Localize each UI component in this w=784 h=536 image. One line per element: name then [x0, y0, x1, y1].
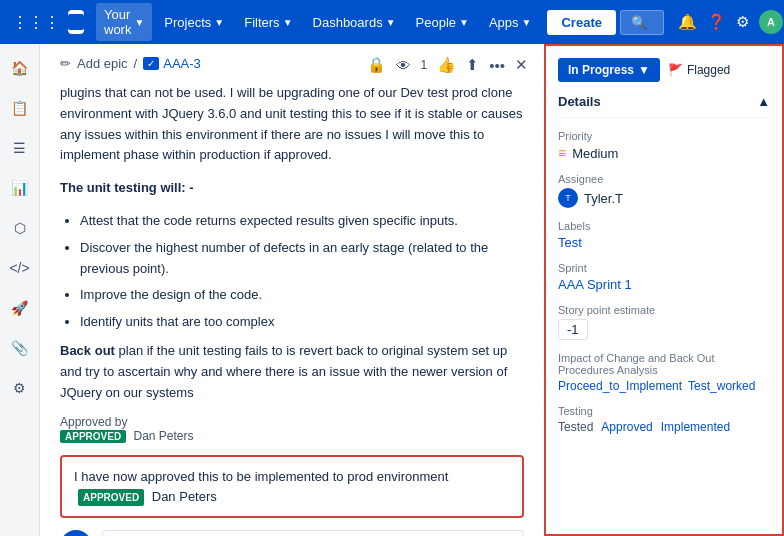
chevron-down-icon: ▼: [459, 17, 469, 28]
comment-highlight-text: I have now approved this to be implement…: [74, 469, 448, 484]
more-icon[interactable]: •••: [489, 57, 505, 74]
settings-icon[interactable]: ⚙: [736, 13, 749, 31]
testing-item-2[interactable]: Implemented: [661, 420, 730, 434]
details-header: Details ▲: [558, 94, 770, 118]
main-layout: 🏠 📋 ☰ 📊 ⬡ </> 🚀 📎 ⚙ ✏ Add epic / ✓ AAA-3: [0, 44, 784, 536]
sidebar-icon-home[interactable]: 🏠: [4, 52, 36, 84]
collapse-icon[interactable]: ▲: [757, 94, 770, 109]
sidebar-icon-pages[interactable]: 📎: [4, 332, 36, 364]
like-icon[interactable]: 👍: [437, 56, 456, 74]
approved-section: Approved by APPROVED Dan Peters: [60, 415, 524, 443]
nav-your-work[interactable]: Your work ▼: [96, 3, 152, 41]
list-item: Improve the design of the code.: [80, 285, 524, 306]
comment-input-field[interactable]: Add a comment...: [102, 530, 524, 536]
back-out-content: plan if the unit testing fails to is rev…: [60, 343, 507, 400]
sprint-label: Sprint: [558, 262, 770, 274]
list-item: Discover the highest number of defects i…: [80, 238, 524, 280]
comment-approved-name: Dan Peters: [152, 489, 217, 504]
nav-filters[interactable]: Filters ▼: [236, 11, 300, 34]
comment-input-row: DS Add a comment...: [60, 530, 524, 536]
search-icon: 🔍: [631, 15, 647, 30]
labels-row: Labels Test: [558, 220, 770, 250]
approved-name: Dan Peters: [133, 429, 193, 443]
flag-indicator: 🚩 Flagged: [668, 63, 730, 77]
issue-type-badge: ✓: [143, 57, 159, 70]
testing-item-0[interactable]: Tested: [558, 420, 593, 434]
nav-dashboards[interactable]: Dashboards ▼: [305, 11, 404, 34]
share-icon[interactable]: ⬆: [466, 56, 479, 74]
chevron-down-icon: ▼: [638, 63, 650, 77]
right-panel: In Progress ▼ 🚩 Flagged Details ▲ Priori…: [544, 44, 784, 536]
bullet-list: Attest that the code returns expected re…: [80, 211, 524, 333]
sidebar-icon-board[interactable]: 📋: [4, 92, 36, 124]
impact-row: Impact of Change and Back Out Procedures…: [558, 352, 770, 393]
nav-people[interactable]: People ▼: [408, 11, 477, 34]
sprint-value[interactable]: AAA Sprint 1: [558, 277, 770, 292]
chevron-down-icon: ▼: [283, 17, 293, 28]
testing-label: Testing: [558, 405, 770, 417]
nav-apps[interactable]: Apps ▼: [481, 11, 540, 34]
chevron-down-icon: ▼: [522, 17, 532, 28]
impact-link-0[interactable]: Proceed_to_Implement: [558, 379, 682, 393]
assignee-value: T Tyler.T: [558, 188, 770, 208]
sprint-row: Sprint AAA Sprint 1: [558, 262, 770, 292]
testing-items: Tested Approved Implemented: [558, 420, 770, 434]
list-item: Identify units that are too complex: [80, 312, 524, 333]
flag-label: Flagged: [687, 63, 730, 77]
status-button[interactable]: In Progress ▼: [558, 58, 660, 82]
notifications-icon[interactable]: 🔔: [678, 13, 697, 31]
sidebar-icon-backlog[interactable]: ☰: [4, 132, 36, 164]
create-button[interactable]: Create: [547, 10, 615, 35]
labels-label: Labels: [558, 220, 770, 232]
breadcrumb-separator: /: [134, 56, 138, 71]
assignee-label: Assignee: [558, 173, 770, 185]
flag-icon: 🚩: [668, 63, 683, 77]
priority-icon: ≡: [558, 145, 566, 161]
unit-testing-label: The unit testing will: -: [60, 178, 524, 199]
impact-link-1[interactable]: Test_worked: [688, 379, 755, 393]
approved-by-label: Approved by: [60, 415, 127, 429]
chevron-down-icon: ▼: [386, 17, 396, 28]
logo[interactable]: [68, 10, 84, 34]
priority-row: Priority ≡ Medium: [558, 130, 770, 161]
comment-highlight-box: I have now approved this to be implement…: [60, 455, 524, 518]
lock-icon[interactable]: 🔒: [367, 56, 386, 74]
search-box[interactable]: 🔍: [620, 10, 664, 35]
story-point-row: Story point estimate -1: [558, 304, 770, 340]
issue-link[interactable]: ✓ AAA-3: [143, 56, 201, 71]
story-point-label: Story point estimate: [558, 304, 770, 316]
help-icon[interactable]: ❓: [707, 13, 726, 31]
avatar-icon[interactable]: A: [759, 10, 783, 34]
left-sidebar: 🏠 📋 ☰ 📊 ⬡ </> 🚀 📎 ⚙: [0, 44, 40, 536]
nav-projects[interactable]: Projects ▼: [156, 11, 232, 34]
sidebar-icon-releases[interactable]: 🚀: [4, 292, 36, 324]
chevron-down-icon: ▼: [134, 17, 144, 28]
story-point-value: -1: [558, 319, 770, 340]
watch-icon[interactable]: 👁: [396, 57, 411, 74]
description-intro: plugins that can not be used. I will be …: [60, 83, 524, 166]
assignee-avatar: T: [558, 188, 578, 208]
grid-icon[interactable]: ⋮⋮⋮: [12, 13, 60, 32]
sidebar-icon-components[interactable]: ⬡: [4, 212, 36, 244]
top-navigation: ⋮⋮⋮ Your work ▼ Projects ▼ Filters ▼ Das…: [0, 0, 784, 44]
back-out-label: Back out: [60, 343, 115, 358]
testing-item-1[interactable]: Approved: [601, 420, 652, 434]
content-area: ✏ Add epic / ✓ AAA-3 🔒 👁 1 👍 ⬆ ••• ✕ plu…: [40, 44, 784, 536]
assignee-row: Assignee T Tyler.T: [558, 173, 770, 208]
close-icon[interactable]: ✕: [515, 56, 528, 74]
priority-label: Priority: [558, 130, 770, 142]
list-item: Attest that the code returns expected re…: [80, 211, 524, 232]
main-panel: ✏ Add epic / ✓ AAA-3 🔒 👁 1 👍 ⬆ ••• ✕ plu…: [40, 44, 544, 536]
sidebar-icon-code[interactable]: </>: [4, 252, 36, 284]
testing-row: Testing Tested Approved Implemented: [558, 405, 770, 434]
edit-icon[interactable]: ✏: [60, 56, 71, 71]
comment-approved-badge: APPROVED: [78, 489, 144, 506]
back-out-text: Back out plan if the unit testing fails …: [60, 341, 524, 403]
user-avatar: DS: [60, 530, 92, 536]
issue-id: AAA-3: [163, 56, 201, 71]
status-row: In Progress ▼ 🚩 Flagged: [558, 58, 770, 82]
nav-icons: 🔔 ❓ ⚙ A: [678, 10, 783, 34]
priority-value: ≡ Medium: [558, 145, 770, 161]
sidebar-icon-settings[interactable]: ⚙: [4, 372, 36, 404]
sidebar-icon-reports[interactable]: 📊: [4, 172, 36, 204]
